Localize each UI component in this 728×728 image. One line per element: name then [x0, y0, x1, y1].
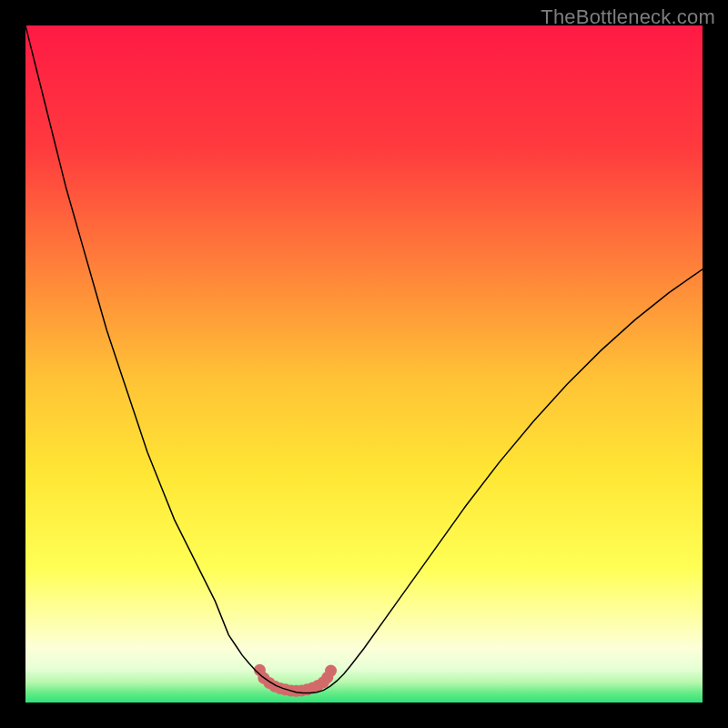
frame-border: TheBottleneck.com — [0, 0, 728, 728]
gradient-background — [25, 25, 703, 703]
bottleneck-plot — [25, 25, 703, 703]
highlight-dot — [325, 665, 337, 677]
